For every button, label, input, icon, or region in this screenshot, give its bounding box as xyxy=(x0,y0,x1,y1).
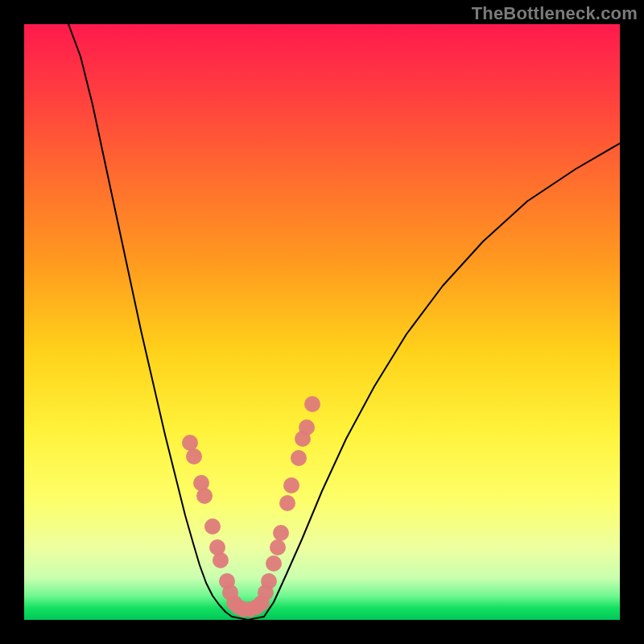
chart-svg xyxy=(24,24,620,620)
marker-right-dots-6 xyxy=(283,477,299,493)
curve-valley xyxy=(232,617,264,620)
marker-right-dots-9 xyxy=(299,419,315,436)
marker-left-dots-1 xyxy=(186,448,202,464)
chart-frame: TheBottleneck.com xyxy=(0,0,644,644)
marker-left-dots-3 xyxy=(196,488,213,504)
plot-area xyxy=(24,24,620,620)
marker-right-dots-1 xyxy=(261,573,277,589)
marker-left-dots-0 xyxy=(182,435,198,451)
marker-right-dots-4 xyxy=(273,525,289,541)
marker-right-dots-3 xyxy=(270,539,286,555)
curve-right-curve xyxy=(264,143,620,617)
marker-right-dots-2 xyxy=(266,555,282,572)
marker-left-dots-4 xyxy=(204,518,221,535)
marker-left-dots-6 xyxy=(213,552,229,568)
marker-right-dots-7 xyxy=(291,450,307,466)
marker-right-dots-5 xyxy=(279,495,295,511)
attribution-label: TheBottleneck.com xyxy=(472,3,638,24)
marker-right-dots-10 xyxy=(304,396,320,412)
